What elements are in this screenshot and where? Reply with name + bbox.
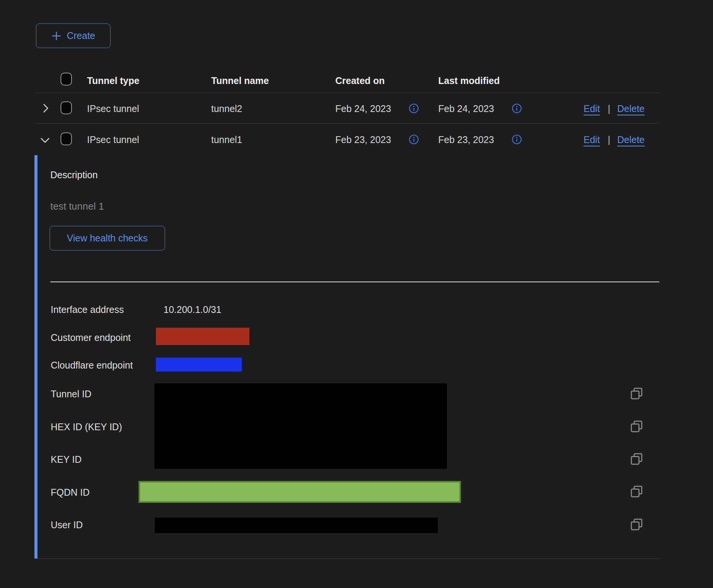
description-label: Description <box>50 169 98 180</box>
column-header-created-on: Created on <box>335 75 385 86</box>
tunnel-name-cell: tunnel2 <box>211 103 242 114</box>
plus-icon <box>51 31 62 41</box>
key-id-label: KEY ID <box>51 454 82 465</box>
info-icon[interactable] <box>512 103 522 114</box>
tunnel-type-cell: IPsec tunnel <box>87 134 139 145</box>
interface-address-label: Interface address <box>51 304 124 315</box>
fqdn-id-label: FQDN ID <box>51 487 90 498</box>
column-header-tunnel-type: Tunnel type <box>87 75 139 86</box>
tunnel-name-cell: tunnel1 <box>211 134 242 145</box>
create-button-label: Create <box>67 30 95 41</box>
actions-separator: | <box>608 103 610 114</box>
info-icon[interactable] <box>409 103 419 114</box>
description-value: test tunnel 1 <box>50 201 104 212</box>
chevron-down-icon[interactable] <box>39 135 51 145</box>
edit-link-tunnel1[interactable]: Edit <box>584 134 600 145</box>
edit-link-tunnel2[interactable]: Edit <box>584 103 600 114</box>
detail-section-divider <box>50 282 659 282</box>
header-divider <box>35 93 659 93</box>
copy-icon[interactable] <box>630 452 643 466</box>
view-health-checks-button[interactable]: View health checks <box>50 226 165 250</box>
customer-endpoint-label: Customer endpoint <box>51 332 131 343</box>
interface-address-value: 10.200.1.0/31 <box>163 304 221 315</box>
cloudflare-endpoint-redacted-value <box>156 358 242 372</box>
info-icon[interactable] <box>512 134 522 145</box>
copy-icon[interactable] <box>630 420 643 433</box>
row-checkbox-tunnel2[interactable] <box>61 101 72 114</box>
actions-separator: | <box>608 134 610 145</box>
hex-id-label: HEX ID (KEY ID) <box>51 421 122 432</box>
create-button[interactable]: Create <box>36 23 111 48</box>
panel-bottom-divider <box>35 558 659 559</box>
column-header-last-modified: Last modified <box>438 75 500 86</box>
tunnel-id-group-redacted-values <box>154 383 447 469</box>
tunnel-type-cell: IPsec tunnel <box>87 103 139 114</box>
created-on-cell: Feb 24, 2023 <box>335 103 391 114</box>
tunnels-page: Create Tunnel type Tunnel name Created o… <box>0 0 713 588</box>
customer-endpoint-redacted-value <box>156 328 249 345</box>
last-modified-cell: Feb 23, 2023 <box>438 134 494 145</box>
cloudflare-endpoint-label: Cloudflare endpoint <box>51 359 133 371</box>
user-id-label: User ID <box>51 519 83 530</box>
fqdn-id-redacted-value <box>139 481 461 503</box>
chevron-right-icon[interactable] <box>40 103 50 114</box>
delete-link-tunnel2[interactable]: Delete <box>617 103 645 114</box>
last-modified-cell: Feb 24, 2023 <box>438 103 494 114</box>
copy-icon[interactable] <box>630 485 643 498</box>
info-icon[interactable] <box>409 134 419 145</box>
user-id-redacted-value <box>155 518 438 533</box>
delete-link-tunnel1[interactable]: Delete <box>617 134 645 145</box>
row-divider <box>35 123 659 124</box>
select-all-checkbox[interactable] <box>61 73 72 86</box>
created-on-cell: Feb 23, 2023 <box>335 134 391 145</box>
tunnel-id-label: Tunnel ID <box>51 388 91 400</box>
copy-icon[interactable] <box>630 387 643 400</box>
copy-icon[interactable] <box>630 518 643 531</box>
expanded-row-indicator-bar <box>34 155 37 558</box>
column-header-tunnel-name: Tunnel name <box>211 75 269 86</box>
row-checkbox-tunnel1[interactable] <box>61 132 72 145</box>
